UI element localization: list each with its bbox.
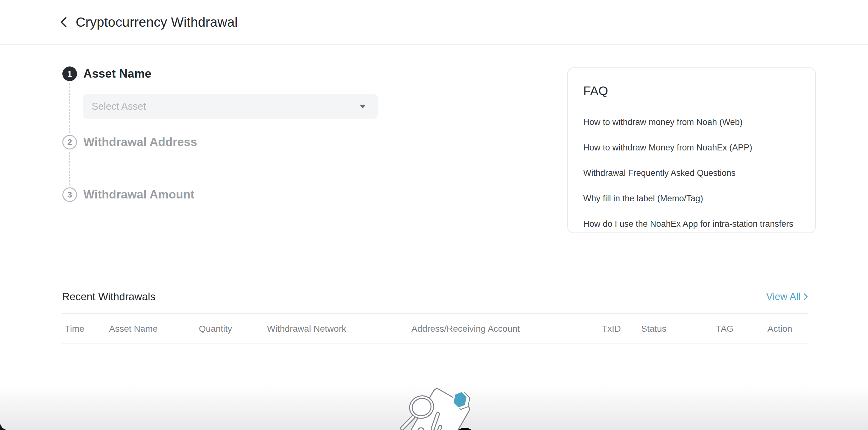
step-1-label: Asset Name	[83, 67, 151, 80]
step-connector	[69, 83, 70, 133]
column-header-quantity: Quantity	[199, 324, 267, 334]
column-header-withdrawal-network: Withdrawal Network	[267, 324, 411, 334]
step-1-badge: 1	[62, 66, 77, 81]
empty-state-illustration	[391, 378, 506, 430]
step-3-badge: 3	[62, 187, 77, 202]
view-all-link[interactable]: View All	[766, 291, 808, 302]
step-2-label: Withdrawal Address	[83, 135, 197, 149]
faq-item[interactable]: How to withdraw money from Noah (Web)	[583, 109, 800, 135]
column-header-asset-name: Asset Name	[109, 324, 199, 334]
step-withdrawal-address: 2 Withdrawal Address	[62, 135, 197, 150]
column-header-address: Address/Receiving Account	[411, 324, 602, 334]
chevron-down-icon	[360, 105, 366, 108]
column-header-txid: TxID	[602, 324, 641, 334]
column-header-action: Action	[768, 324, 808, 334]
faq-title: FAQ	[583, 84, 800, 98]
faq-card: FAQ How to withdraw money from Noah (Web…	[567, 67, 816, 233]
step-asset-name: 1 Asset Name	[62, 66, 151, 81]
faq-item[interactable]: Why fill in the label (Memo/Tag)	[583, 186, 800, 211]
recent-withdrawals-title: Recent Withdrawals	[62, 291, 155, 303]
withdrawals-table-header: Time Asset Name Quantity Withdrawal Netw…	[62, 313, 808, 344]
step-connector	[69, 152, 70, 186]
chevron-right-icon	[803, 293, 808, 301]
view-all-label: View All	[766, 291, 801, 302]
faq-item[interactable]: How do I use the NoahEx App for intra-st…	[583, 211, 800, 237]
recent-withdrawals-header: Recent Withdrawals View All	[62, 289, 808, 305]
step-3-label: Withdrawal Amount	[83, 188, 194, 201]
step-withdrawal-amount: 3 Withdrawal Amount	[62, 187, 194, 202]
back-button[interactable]	[57, 15, 71, 29]
faq-item[interactable]: How to withdraw Money from NoahEx (APP)	[583, 135, 800, 160]
asset-select-placeholder: Select Asset	[92, 101, 360, 112]
column-header-status: Status	[641, 324, 716, 334]
asset-select[interactable]: Select Asset	[83, 94, 378, 119]
chevron-left-icon	[59, 16, 68, 29]
faq-list: How to withdraw money from Noah (Web) Ho…	[583, 109, 800, 237]
withdrawal-page: Cryptocurrency Withdrawal 1 Asset Name S…	[0, 0, 868, 430]
page-title: Cryptocurrency Withdrawal	[76, 14, 238, 30]
step-2-badge: 2	[62, 135, 77, 150]
column-header-time: Time	[65, 324, 109, 334]
column-header-tag: TAG	[716, 324, 768, 334]
page-header: Cryptocurrency Withdrawal	[0, 0, 868, 45]
faq-item[interactable]: Withdrawal Frequently Asked Questions	[583, 160, 800, 186]
